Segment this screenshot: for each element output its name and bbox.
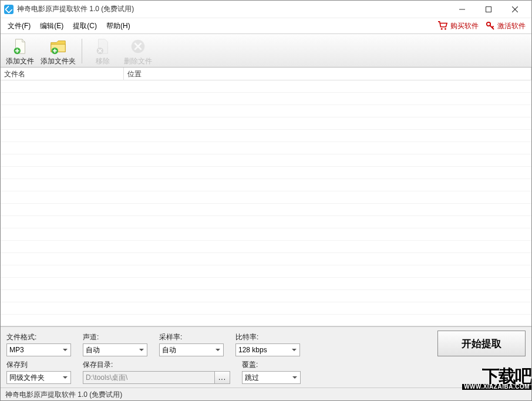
list-row	[1, 167, 531, 179]
list-row	[1, 179, 531, 191]
add-folder-icon	[49, 38, 67, 55]
list-row	[1, 130, 531, 142]
file-list: 文件名 位置	[1, 68, 531, 326]
status-text: 神奇电影原声提取软件 1.0 (免费试用)	[5, 390, 122, 399]
start-label: 开始提取	[462, 337, 501, 351]
list-row	[1, 204, 531, 216]
add-file-label: 添加文件	[6, 56, 34, 66]
list-row	[1, 228, 531, 241]
close-button[interactable]	[501, 1, 528, 18]
toolbar: 添加文件 添加文件夹 移除	[1, 33, 531, 68]
list-row	[1, 117, 531, 130]
remove-icon	[94, 38, 112, 55]
start-extract-button[interactable]: 开始提取	[437, 331, 526, 356]
cart-icon	[437, 21, 448, 31]
channel-select[interactable]: 自动	[83, 343, 147, 356]
savedir-label: 保存目录:	[83, 360, 230, 370]
samplerate-select[interactable]: 自动	[159, 343, 224, 356]
window-title: 神奇电影原声提取软件 1.0 (免费试用)	[17, 4, 449, 14]
overwrite-select[interactable]: 跳过	[242, 371, 301, 384]
add-file-icon	[11, 38, 29, 55]
list-row	[1, 154, 531, 167]
minimize-button[interactable]	[449, 1, 475, 18]
column-location[interactable]: 位置	[124, 68, 531, 80]
titlebar: 神奇电影原声提取软件 1.0 (免费试用)	[1, 1, 531, 18]
menu-help[interactable]: 帮助(H)	[102, 19, 135, 33]
delete-file-button: 删除文件	[121, 35, 155, 67]
remove-label: 移除	[96, 56, 110, 66]
list-row	[1, 253, 531, 265]
list-row	[1, 191, 531, 204]
activate-link[interactable]: 激活软件	[482, 21, 529, 31]
list-header: 文件名 位置	[1, 68, 531, 80]
close-icon	[512, 6, 518, 12]
key-icon	[486, 21, 495, 31]
maximize-icon	[486, 6, 491, 12]
column-filename[interactable]: 文件名	[1, 68, 124, 80]
statusbar: 神奇电影原声提取软件 1.0 (免费试用)	[1, 387, 531, 400]
svg-point-5	[445, 28, 446, 30]
delete-file-label: 删除文件	[124, 56, 152, 66]
maximize-button[interactable]	[475, 1, 501, 18]
list-body[interactable]	[1, 80, 531, 316]
list-row	[1, 265, 531, 278]
activate-label: 激活软件	[497, 21, 526, 31]
settings-panel: 文件格式: MP3 声道: 自动 采样率: 自动 比特率: 128 kbps 开…	[1, 326, 531, 387]
list-row	[1, 142, 531, 154]
toolbar-separator	[82, 39, 82, 63]
svg-rect-1	[486, 6, 491, 12]
samplerate-label: 采样率:	[159, 332, 224, 342]
list-row	[1, 93, 531, 105]
list-row	[1, 278, 531, 290]
overwrite-label: 覆盖:	[242, 360, 301, 370]
savedir-input: D:\tools\桌面\	[83, 371, 215, 384]
bitrate-label: 比特率:	[235, 332, 300, 342]
buy-link[interactable]: 购买软件	[434, 21, 482, 31]
bitrate-select[interactable]: 128 kbps	[235, 343, 300, 356]
add-file-button[interactable]: 添加文件	[3, 35, 37, 67]
list-row	[1, 302, 531, 315]
list-row	[1, 290, 531, 302]
svg-line-8	[492, 26, 494, 28]
menubar: 文件(F) 编辑(E) 提取(C) 帮助(H) 购买软件 激活软件	[1, 18, 531, 33]
list-row	[1, 216, 531, 228]
browse-button[interactable]: ...	[215, 371, 230, 384]
window-controls	[449, 1, 528, 18]
remove-button: 移除	[86, 35, 120, 67]
list-row	[1, 241, 531, 253]
format-select[interactable]: MP3	[6, 343, 71, 356]
menu-extract[interactable]: 提取(C)	[68, 19, 102, 33]
minimize-icon	[459, 6, 465, 12]
menu-file[interactable]: 文件(F)	[3, 19, 35, 33]
add-folder-label: 添加文件夹	[41, 56, 76, 66]
list-row	[1, 105, 531, 117]
delete-icon	[129, 38, 147, 55]
saveto-select[interactable]: 同级文件夹	[6, 371, 71, 384]
channel-label: 声道:	[83, 332, 147, 342]
menu-edit[interactable]: 编辑(E)	[35, 19, 68, 33]
app-icon	[4, 5, 14, 14]
buy-label: 购买软件	[450, 21, 479, 31]
add-folder-button[interactable]: 添加文件夹	[38, 35, 78, 67]
format-label: 文件格式:	[6, 332, 71, 342]
svg-point-4	[441, 28, 443, 30]
saveto-label: 保存到	[6, 360, 71, 370]
list-row	[1, 80, 531, 93]
